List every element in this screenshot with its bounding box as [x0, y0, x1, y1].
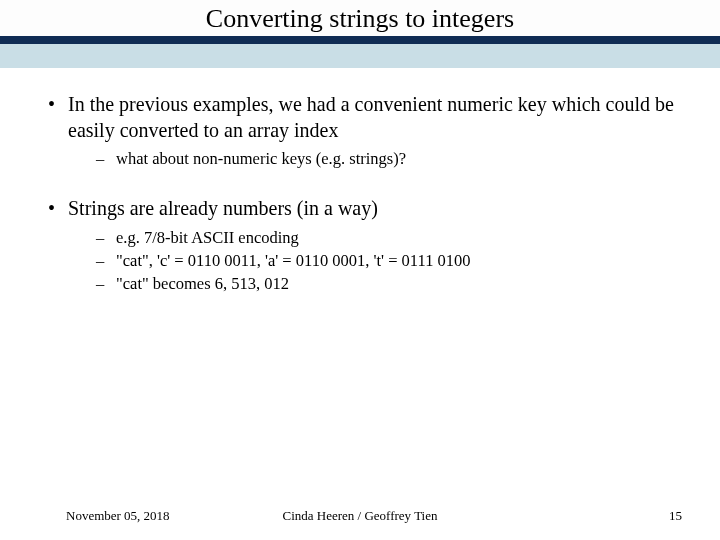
- sub-bullet-item: what about non-numeric keys (e.g. string…: [96, 147, 680, 170]
- bullet-list: Strings are already numbers (in a way) e…: [40, 196, 680, 295]
- sub-bullet-text: what about non-numeric keys (e.g. string…: [116, 149, 406, 168]
- sub-bullet-item: e.g. 7/8-bit ASCII encoding: [96, 226, 680, 249]
- title-divider-light: [0, 44, 720, 68]
- spacer: [40, 178, 680, 196]
- slide-footer: November 05, 2018 Cinda Heeren / Geoffre…: [0, 508, 720, 524]
- title-band: Converting strings to integers: [0, 0, 720, 68]
- title-divider-dark: [0, 36, 720, 44]
- slide-title: Converting strings to integers: [0, 0, 720, 34]
- sub-bullet-list: e.g. 7/8-bit ASCII encoding "cat", 'c' =…: [68, 226, 680, 295]
- bullet-list: In the previous examples, we had a conve…: [40, 92, 680, 170]
- sub-bullet-text: "cat" becomes 6, 513, 012: [116, 274, 289, 293]
- bullet-text: Strings are already numbers (in a way): [68, 197, 378, 219]
- slide: Converting strings to integers In the pr…: [0, 0, 720, 540]
- bullet-text: In the previous examples, we had a conve…: [68, 93, 674, 141]
- sub-bullet-text: e.g. 7/8-bit ASCII encoding: [116, 228, 299, 247]
- bullet-item: In the previous examples, we had a conve…: [40, 92, 680, 170]
- bullet-item: Strings are already numbers (in a way) e…: [40, 196, 680, 295]
- slide-content: In the previous examples, we had a conve…: [0, 68, 720, 295]
- footer-authors: Cinda Heeren / Geoffrey Tien: [282, 508, 437, 524]
- footer-page-number: 15: [669, 508, 682, 524]
- sub-bullet-list: what about non-numeric keys (e.g. string…: [68, 147, 680, 170]
- sub-bullet-item: "cat" becomes 6, 513, 012: [96, 272, 680, 295]
- title-top: Converting strings to integers: [0, 0, 720, 36]
- sub-bullet-text: "cat", 'c' = 0110 0011, 'a' = 0110 0001,…: [116, 251, 471, 270]
- footer-date: November 05, 2018: [66, 508, 170, 524]
- sub-bullet-item: "cat", 'c' = 0110 0011, 'a' = 0110 0001,…: [96, 249, 680, 272]
